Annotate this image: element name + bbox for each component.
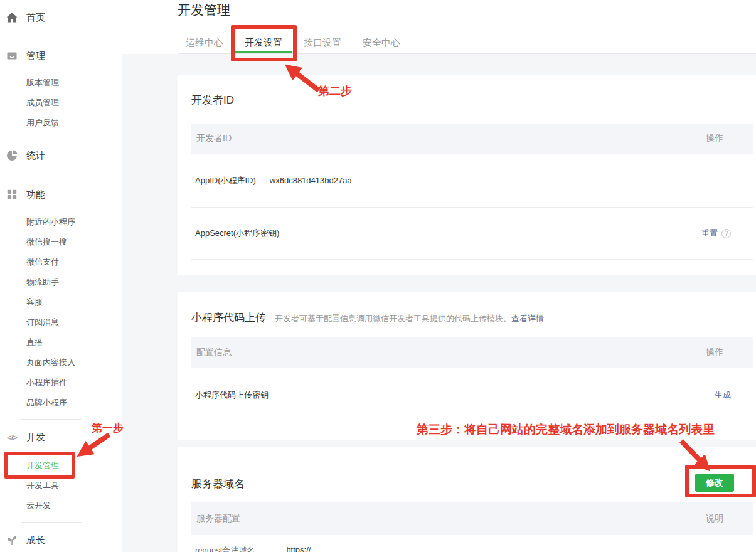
request-domain-label: request合法域名 [195,545,255,552]
sidebar-item-customer-service[interactable]: 客服 [26,292,122,312]
divider [191,423,753,423]
table-header-right: 操作 [706,133,723,144]
sidebar-item-manage[interactable]: 管理 [0,46,122,66]
sidebar-item-member-management[interactable]: 成员管理 [26,93,122,113]
sidebar-item-brand-miniprogram[interactable]: 品牌小程序 [26,393,122,413]
reset-link[interactable]: 重置 [701,228,718,239]
sidebar-item-label: 首页 [26,12,45,24]
developer-id-card: 开发者ID 开发者ID 操作 AppID(小程序ID) wx6dc881d413… [178,75,756,275]
table-header: 配置信息 操作 [191,337,753,368]
sidebar-item-dev[interactable]: </> 开发 [0,427,122,447]
sidebar-item-dev-tools[interactable]: 开发工具 [26,475,122,496]
sidebar-item-growth[interactable]: 成长 [0,530,122,550]
appid-label: AppID(小程序ID) [195,175,256,186]
pie-chart-icon [5,149,19,162]
grid-icon [5,188,19,201]
table-header-right: 说明 [706,513,723,524]
upload-key-label: 小程序代码上传密钥 [195,390,269,401]
table-header-left: 配置信息 [196,347,232,358]
table-row-appid: AppID(小程序ID) wx6dc881d413bd27aa [178,154,756,207]
sidebar-item-miniprogram-plugin[interactable]: 小程序插件 [26,373,122,393]
sidebar-item-logistics[interactable]: 物流助手 [26,272,122,292]
sidebar-item-nearby-miniprogram[interactable]: 附近的小程序 [26,212,122,232]
table-row-upload-key: 小程序代码上传密钥 生成 [178,368,756,423]
section-title: 开发者ID [191,75,756,107]
modify-button[interactable]: 修改 [695,474,734,492]
sidebar-item-page-content[interactable]: 页面内容接入 [26,353,122,373]
table-header-left: 服务器配置 [196,513,240,524]
code-upload-card: 小程序代码上传 开发者可基于配置信息调用微信开发者工具提供的代码上传模块。 查看… [178,292,756,440]
tab-api-settings[interactable]: 接口设置 [294,33,351,54]
tab-dev-settings[interactable]: 开发设置 [235,33,292,54]
request-domain-value: https:// [286,545,311,552]
table-header-right: 操作 [706,347,723,358]
table-header: 服务器配置 说明 [191,502,753,535]
sidebar-item-features[interactable]: 功能 [0,184,122,204]
table-header: 开发者ID 操作 [191,124,753,154]
sidebar-item-home[interactable]: 首页 [0,8,122,28]
sidebar-item-label: 管理 [26,50,45,62]
sidebar: 首页 管理 版本管理 成员管理 用户反馈 统计 功能 附近的小程序 微信搜一搜 … [0,0,122,552]
main-header: 开发管理 运维中心 开发设置 接口设置 安全中心 [122,0,756,54]
sidebar-item-subscribe-message[interactable]: 订阅消息 [26,312,122,332]
appsecret-label: AppSecret(小程序密钥) [195,228,279,239]
sidebar-item-stats[interactable]: 统计 [0,146,122,166]
divider [191,259,753,260]
sidebar-item-live[interactable]: 直播 [26,332,122,353]
table-header-left: 开发者ID [196,133,232,144]
section-description: 开发者可基于配置信息调用微信开发者工具提供的代码上传模块。 [275,313,511,324]
table-row-appsecret: AppSecret(小程序密钥) 重置 ? [178,208,756,259]
sidebar-item-version-management[interactable]: 版本管理 [26,73,122,93]
sidebar-item-label: 开发 [26,432,45,443]
table-row-request-domain: request合法域名 https:// [178,535,756,552]
server-domain-card: 服务器域名 修改 服务器配置 说明 request合法域名 https:// [178,447,756,552]
divider [21,419,82,420]
sprout-icon [5,534,19,546]
appid-value: wx6dc881d413bd27aa [270,176,352,185]
view-details-link[interactable]: 查看详情 [511,313,544,324]
sidebar-item-user-feedback[interactable]: 用户反馈 [26,113,122,133]
divider [21,137,82,137]
inbox-icon [5,50,19,62]
sidebar-item-wechat-search[interactable]: 微信搜一搜 [26,232,122,252]
sidebar-item-cloud-dev[interactable]: 云开发 [26,496,122,516]
code-icon: </> [5,431,19,443]
sidebar-item-dev-management[interactable]: 开发管理 [26,455,122,475]
main-area: 开发管理 运维中心 开发设置 接口设置 安全中心 开发者ID 开发者ID 操作 … [122,0,756,552]
tab-bar: 运维中心 开发设置 接口设置 安全中心 [176,33,412,54]
sidebar-item-label: 成长 [26,534,45,546]
help-icon[interactable]: ? [721,229,731,238]
section-title: 服务器域名 [191,447,756,491]
section-title: 小程序代码上传 [191,310,266,325]
divider [21,522,82,523]
divider [21,172,82,173]
tab-operations-center[interactable]: 运维中心 [176,33,233,54]
sidebar-item-label: 功能 [26,189,45,201]
divider [178,53,756,54]
home-icon [5,11,19,24]
generate-link[interactable]: 生成 [715,390,731,401]
page-title: 开发管理 [178,1,230,19]
sidebar-item-wechat-pay[interactable]: 微信支付 [26,252,122,272]
tab-security-center[interactable]: 安全中心 [353,33,410,54]
sidebar-item-label: 统计 [26,150,45,162]
